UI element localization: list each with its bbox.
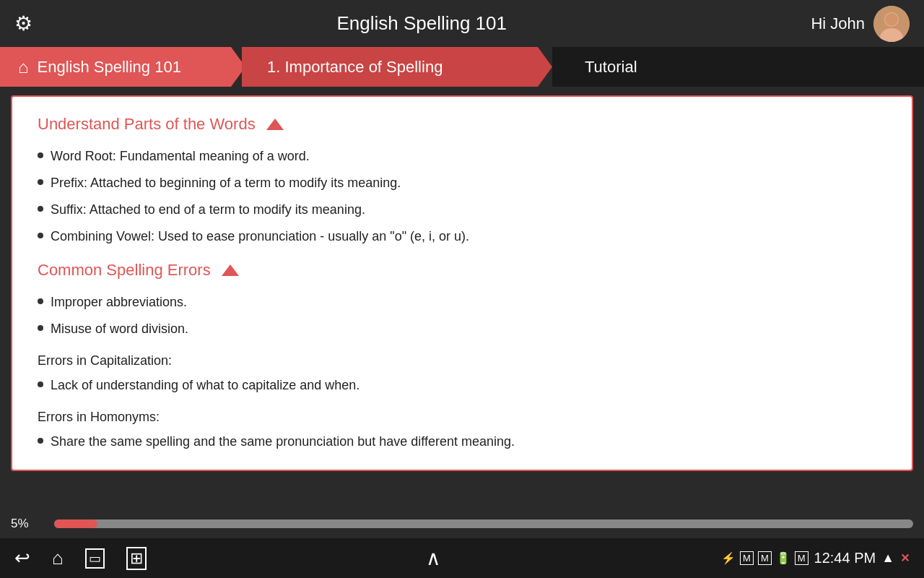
up-arrow-icon[interactable]: ∧	[426, 546, 441, 570]
list-item: Improper abbreviations.	[38, 293, 886, 312]
progress-track	[54, 519, 913, 528]
list-item-text: Misuse of word division.	[51, 319, 188, 339]
list-item-text: Word Root: Fundamental meaning of a word…	[51, 147, 310, 166]
list-item: Prefix: Attached to beginning of a term …	[38, 173, 886, 193]
subsection-homonyms: Errors in Homonyms: Share the same spell…	[38, 410, 886, 452]
bullet-dot	[38, 298, 43, 304]
bottom-center: ∧	[426, 546, 441, 570]
subsection-capitalization-title: Errors in Capitalization:	[38, 353, 886, 368]
mail2-icon: M	[758, 551, 772, 565]
subsection-homonyms-list: Share the same spelling and the same pro…	[38, 432, 886, 452]
section1-collapse-arrow[interactable]	[266, 118, 284, 130]
battery-icon: 🔋	[776, 551, 790, 565]
section1-list: Word Root: Fundamental meaning of a word…	[38, 147, 886, 246]
bullet-dot	[38, 179, 43, 185]
list-item-text: Lack of understanding of what to capital…	[51, 376, 359, 395]
section2-title: Common Spelling Errors	[38, 261, 211, 280]
list-item-text: Prefix: Attached to beginning of a term …	[51, 173, 401, 193]
avatar	[873, 6, 910, 42]
mail3-icon: M	[795, 551, 808, 565]
section2-list: Improper abbreviations. Misuse of word d…	[38, 293, 886, 339]
list-item: Suffix: Attached to end of a term to mod…	[38, 200, 886, 220]
list-item-text: Improper abbreviations.	[51, 293, 187, 312]
gear-icon[interactable]: ⚙	[14, 12, 32, 35]
progress-fill	[54, 519, 97, 528]
section1-header: Understand Parts of the Words	[38, 115, 886, 134]
bottom-left-icons: ↩ ⌂ ▭ ⊞	[14, 547, 147, 570]
usb-icon: ⚡	[721, 551, 736, 565]
section2-header: Common Spelling Errors	[38, 261, 886, 280]
bullet-dot	[38, 152, 43, 158]
breadcrumb-tutorial[interactable]: Tutorial	[552, 47, 924, 87]
subsection-capitalization: Errors in Capitalization: Lack of unders…	[38, 353, 886, 395]
section2-collapse-arrow[interactable]	[222, 264, 239, 276]
breadcrumb-lesson-label: 1. Importance of Spelling	[267, 58, 443, 77]
breadcrumb-nav: ⌂ English Spelling 101 1. Importance of …	[0, 47, 924, 87]
breadcrumb-home[interactable]: ⌂ English Spelling 101	[0, 47, 245, 87]
back-icon[interactable]: ↩	[14, 547, 30, 569]
list-item: Word Root: Fundamental meaning of a word…	[38, 147, 886, 166]
subsection-capitalization-list: Lack of understanding of what to capital…	[38, 376, 886, 395]
app-title: English Spelling 101	[32, 12, 811, 35]
list-item: Lack of understanding of what to capital…	[38, 376, 886, 395]
list-item-text: Share the same spelling and the same pro…	[51, 432, 515, 452]
content-area: Understand Parts of the Words Word Root:…	[11, 95, 913, 471]
list-item-text: Suffix: Attached to end of a term to mod…	[51, 200, 365, 220]
status-icons: ⚡ M M 🔋 M	[721, 551, 808, 565]
recents-icon[interactable]: ▭	[85, 548, 105, 569]
bullet-dot	[38, 233, 43, 238]
breadcrumb-tutorial-label: Tutorial	[585, 58, 637, 77]
section1-title: Understand Parts of the Words	[38, 115, 256, 134]
progress-label: 5%	[11, 517, 40, 531]
greeting-label: Hi John	[811, 14, 865, 33]
bullet-dot	[38, 381, 43, 387]
home-nav-icon[interactable]: ⌂	[52, 547, 64, 569]
subsection-homonyms-title: Errors in Homonyms:	[38, 410, 886, 425]
top-bar: ⚙ English Spelling 101 Hi John	[0, 0, 924, 47]
bottom-bar: ↩ ⌂ ▭ ⊞ ∧ ⚡ M M 🔋 M 12:44 PM ▲ ✕	[0, 538, 924, 578]
list-item: Share the same spelling and the same pro…	[38, 432, 886, 452]
svg-point-3	[885, 13, 898, 26]
screenshot-icon[interactable]: ⊞	[126, 547, 147, 570]
progress-area: 5%	[0, 509, 924, 538]
bottom-right: ⚡ M M 🔋 M 12:44 PM ▲ ✕	[721, 550, 910, 566]
bullet-dot	[38, 206, 43, 212]
mail-icon: M	[740, 551, 754, 565]
list-item: Misuse of word division.	[38, 319, 886, 339]
wifi-icon: ▲	[881, 551, 894, 566]
user-section: Hi John	[811, 6, 910, 42]
bullet-dot	[38, 438, 43, 444]
list-item: Combining Vowel: Used to ease pronunciat…	[38, 227, 886, 246]
list-item-text: Combining Vowel: Used to ease pronunciat…	[51, 227, 469, 246]
home-icon: ⌂	[18, 57, 29, 77]
time-display: 12:44 PM	[814, 550, 876, 566]
breadcrumb-lesson[interactable]: 1. Importance of Spelling	[242, 47, 552, 87]
signal-icon: ✕	[900, 551, 910, 565]
bullet-dot	[38, 325, 43, 331]
breadcrumb-home-label: English Spelling 101	[38, 58, 181, 77]
